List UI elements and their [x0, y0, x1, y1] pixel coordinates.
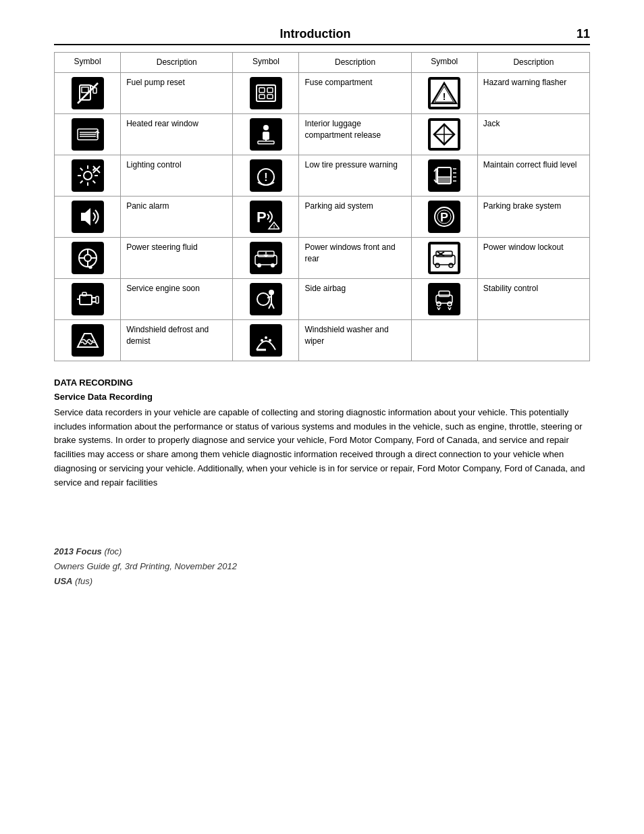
footer: 2013 Focus (foc) Owners Guide gf, 3rd Pr…	[54, 544, 590, 589]
svg-point-76	[271, 263, 275, 267]
footer-line1: 2013 Focus (foc)	[54, 544, 590, 559]
footer-line3-italic: (fus)	[72, 576, 92, 586]
service-engine-soon-icon	[72, 283, 104, 315]
windshield-washer-desc: Windshield washer and wiper	[299, 319, 411, 361]
windshield-washer-icon	[250, 324, 282, 357]
windshield-defrost-icon	[72, 324, 104, 357]
low-tire-pressure-icon: !	[250, 159, 282, 192]
table-row: Power steering fluid Po	[55, 237, 590, 278]
parking-aid-icon: P !	[250, 201, 282, 233]
hazard-warning-icon: !	[428, 77, 460, 109]
footer-line3-bold: USA	[54, 576, 72, 586]
hazard-warning-desc: Hazard warning flasher	[477, 72, 589, 113]
service-engine-soon-desc: Service engine soon	[121, 278, 233, 319]
page-header: Introduction 11	[54, 27, 590, 45]
col-desc-1: Description	[121, 53, 233, 73]
col-symbol-3: Symbol	[411, 53, 477, 73]
svg-point-113	[269, 339, 271, 342]
col-desc-2: Description	[299, 53, 411, 73]
maintain-fluid-icon	[428, 159, 460, 192]
maintain-fluid-desc: Maintain correct fluid level	[477, 155, 589, 196]
svg-rect-99	[431, 286, 458, 313]
footer-line3: USA (fus)	[54, 574, 590, 589]
side-airbag-icon	[250, 283, 282, 315]
interior-luggage-desc: Interior luggage compartment release	[299, 113, 411, 155]
lighting-control-desc: Lighting control	[121, 155, 233, 196]
power-steering-fluid-desc: Power steering fluid	[121, 237, 233, 278]
panic-alarm-desc: Panic alarm	[121, 196, 233, 237]
page-number: 11	[576, 27, 590, 41]
power-windows-front-rear-desc: Power windows front and rear	[299, 237, 411, 278]
table-row: Fuel pump reset Fuse compartment	[55, 72, 590, 113]
heated-rear-window-icon	[72, 118, 104, 151]
svg-text:!: !	[443, 91, 446, 102]
parking-brake-desc: Parking brake system	[477, 196, 589, 237]
svg-text:!: !	[264, 172, 267, 183]
power-windows-front-rear-icon	[250, 242, 282, 274]
low-tire-pressure-desc: Low tire pressure warning	[299, 155, 411, 196]
footer-line1-italic: (foc)	[102, 546, 122, 556]
jack-desc: Jack	[477, 113, 589, 155]
fuel-pump-reset-desc: Fuel pump reset	[121, 72, 233, 113]
svg-rect-49	[437, 177, 451, 184]
side-airbag-desc: Side airbag	[299, 278, 411, 319]
svg-rect-78	[431, 244, 458, 271]
service-data-recording-subheading: Service Data Recording	[54, 392, 590, 402]
table-row: Panic alarm P ! Parking a	[55, 196, 590, 237]
panic-alarm-icon	[72, 201, 104, 233]
interior-luggage-icon	[250, 118, 282, 151]
fuse-compartment-icon	[250, 77, 282, 109]
jack-icon	[428, 118, 460, 151]
parking-aid-desc: Parking aid system	[299, 196, 411, 237]
col-symbol-1: Symbol	[55, 53, 121, 73]
stability-control-icon	[428, 283, 460, 315]
empty-cell	[417, 324, 450, 357]
data-recording-heading: DATA RECORDING	[54, 377, 590, 388]
table-row: Lighting control ! Low tire pressure war…	[55, 155, 590, 196]
svg-text:P: P	[257, 209, 267, 226]
svg-point-112	[265, 336, 267, 339]
footer-line2: Owners Guide gf, 3rd Printing, November …	[54, 559, 590, 574]
table-row: Heated rear window Interior luggage comp…	[55, 113, 590, 155]
svg-text:!: !	[273, 224, 275, 230]
data-recording-body: Service data recorders in your vehicle a…	[54, 406, 590, 490]
table-row: Windshield defrost and demist	[55, 319, 590, 361]
svg-point-23	[263, 125, 269, 130]
stability-control-desc: Stability control	[477, 278, 589, 319]
svg-point-111	[261, 339, 263, 342]
svg-point-93	[269, 290, 274, 295]
parking-brake-icon: P	[428, 201, 460, 233]
windshield-defrost-desc: Windshield defrost and demist	[121, 319, 233, 361]
lighting-control-icon	[72, 159, 104, 192]
svg-point-75	[257, 263, 261, 267]
power-window-lockout-desc: Power window lockout	[477, 237, 589, 278]
svg-text:P: P	[440, 211, 448, 224]
page-title: Introduction	[54, 27, 576, 41]
power-steering-fluid-icon	[72, 242, 104, 274]
col-symbol-2: Symbol	[233, 53, 299, 73]
fuel-pump-reset-icon	[72, 77, 104, 109]
svg-rect-46	[431, 162, 458, 189]
svg-rect-24	[263, 132, 269, 140]
footer-line1-bold: 2013 Focus	[54, 546, 102, 556]
power-window-lockout-icon	[428, 242, 460, 274]
table-row: Service engine soon Sid	[55, 278, 590, 319]
heated-rear-window-desc: Heated rear window	[121, 113, 233, 155]
symbols-table: Symbol Description Symbol Description Sy…	[54, 52, 590, 361]
fuse-compartment-desc: Fuse compartment	[299, 72, 411, 113]
col-desc-3: Description	[477, 53, 589, 73]
empty-desc	[477, 319, 589, 361]
svg-rect-72	[252, 244, 279, 271]
